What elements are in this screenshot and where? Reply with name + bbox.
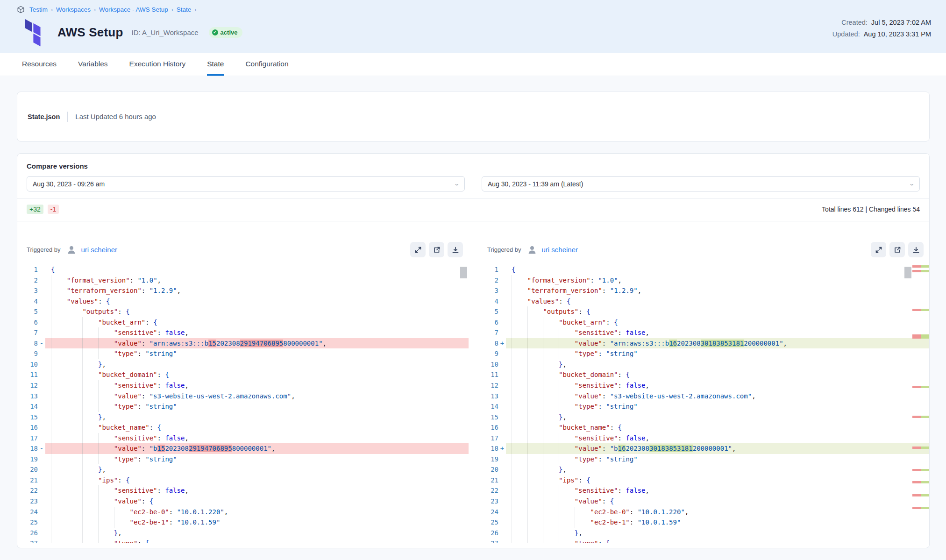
expand-button[interactable] (871, 242, 886, 257)
main-content: State.json Last Updated 6 hours ago Comp… (0, 76, 946, 548)
code-line: 3"terraform_version": "1.2.9", (478, 285, 929, 296)
indent-guide (543, 359, 559, 370)
line-number: 3 (478, 285, 498, 296)
download-button[interactable] (448, 242, 463, 257)
indent-guide (67, 348, 83, 359)
line-number: 17 (478, 433, 498, 444)
version-select-right[interactable]: Aug 30, 2023 - 11:39 am (Latest) ⌄ (482, 176, 920, 191)
compare-versions-card: Compare versions Aug 30, 2023 - 09:26 am… (17, 153, 930, 548)
indent-guide (98, 517, 114, 528)
indent-guide (82, 528, 98, 539)
indent-guide (67, 338, 83, 349)
version-select-right-value: Aug 30, 2023 - 11:39 am (Latest) (488, 180, 583, 188)
breadcrumb-link[interactable]: State (177, 6, 192, 13)
version-select-left[interactable]: Aug 30, 2023 - 09:26 am ⌄ (27, 176, 465, 191)
avatar-icon (66, 245, 77, 255)
page-header: Testim›Workspaces›Workspace - AWS Setup›… (0, 0, 946, 53)
removed-lines-chip: -1 (48, 205, 59, 214)
code-line: 2"format_version": "1.0", (17, 275, 469, 286)
code-editor-right[interactable]: 1{2"format_version": "1.0",3"terraform_v… (478, 264, 929, 543)
indent-guide (114, 507, 130, 517)
line-number: 6 (17, 317, 38, 328)
indent-guide (512, 338, 527, 349)
diff-sign (38, 422, 45, 433)
line-number: 18 (478, 443, 498, 454)
indent-guide (98, 454, 114, 465)
indent-guide (575, 517, 590, 528)
indent-guide (512, 401, 527, 412)
code-line: 6"bucket_arn": { (478, 317, 929, 328)
code-editor-left[interactable]: 1{2"format_version": "1.0",3"terraform_v… (17, 264, 469, 543)
indent-guide (512, 464, 527, 475)
line-number: 6 (478, 317, 498, 328)
indent-guide (559, 485, 575, 496)
line-number: 14 (478, 401, 498, 412)
triggered-by-user-link[interactable]: uri scheiner (81, 246, 118, 254)
indent-guide (512, 275, 527, 286)
tab-state[interactable]: State (207, 53, 224, 76)
indent-guide (51, 369, 67, 380)
diff-sign (38, 496, 45, 507)
open-external-button[interactable] (889, 242, 905, 257)
indent-guide (98, 391, 114, 402)
triggered-by-user-link[interactable]: uri scheiner (542, 246, 578, 254)
code-line: 9"type": "string" (17, 348, 469, 359)
breadcrumb-link[interactable]: Testim (29, 6, 48, 13)
tab-variables[interactable]: Variables (78, 53, 107, 76)
indent-guide (527, 380, 543, 391)
workspace-cube-icon (17, 6, 25, 14)
diff-ruler-mark (912, 416, 929, 418)
indent-guide (51, 475, 67, 486)
indent-guide (67, 359, 83, 370)
diff-sign (498, 391, 506, 402)
indent-guide (527, 464, 543, 475)
line-number: 9 (17, 348, 38, 359)
download-button[interactable] (908, 242, 924, 257)
line-number: 27 (17, 538, 38, 543)
tab-configuration[interactable]: Configuration (245, 53, 288, 76)
indent-guide (512, 538, 527, 543)
last-updated-text: Last Updated 6 hours ago (75, 113, 156, 121)
code-line: 11"bucket_domain": { (478, 369, 929, 380)
indent-guide (527, 369, 543, 380)
breadcrumb-link[interactable]: Workspace - AWS Setup (99, 6, 168, 13)
line-number: 4 (478, 296, 498, 307)
open-external-button[interactable] (429, 242, 444, 257)
indent-guide (67, 538, 83, 543)
diff-sign (498, 538, 506, 543)
code-line: 7"sensitive": false, (17, 327, 469, 338)
code-line: 20}, (17, 464, 469, 475)
tab-resources[interactable]: Resources (22, 53, 57, 76)
breadcrumb-separator-icon: › (171, 7, 173, 13)
indent-guide (527, 528, 543, 539)
workspace-meta: Created:Jul 5, 2023 7:02 AM Updated:Aug … (832, 19, 931, 42)
scrollbar-thumb[interactable] (904, 267, 911, 278)
expand-button[interactable] (410, 242, 426, 257)
indent-guide (527, 475, 543, 486)
diff-overview-ruler[interactable] (912, 264, 929, 543)
diff-panel-right: Triggered by uri scheiner 1{2"format_ver… (478, 221, 929, 543)
diff-sign (498, 507, 506, 517)
code-line: 14"type": "string" (478, 401, 929, 412)
indent-guide (51, 327, 67, 338)
state-file-name: State.json (28, 113, 60, 121)
indent-guide (527, 538, 543, 543)
chevron-down-icon: ⌄ (454, 181, 460, 187)
diff-panel-left: Triggered by uri scheiner 1{2"format_ver… (17, 221, 469, 543)
indent-guide (82, 507, 98, 517)
code-line: 21"ips": { (17, 475, 469, 486)
breadcrumb-link[interactable]: Workspaces (56, 6, 91, 13)
state-file-bar: State.json Last Updated 6 hours ago (17, 92, 930, 142)
diff-sign (38, 517, 45, 528)
diff-sign (38, 285, 45, 296)
tab-execution-history[interactable]: Execution History (129, 53, 186, 76)
version-select-left-value: Aug 30, 2023 - 09:26 am (33, 180, 105, 188)
indent-guide (98, 338, 114, 349)
diff-sign (498, 285, 506, 296)
indent-guide (559, 380, 575, 391)
indent-guide (67, 369, 83, 380)
indent-guide (543, 369, 559, 380)
diff-ruler-mark (912, 386, 929, 388)
line-number: 11 (17, 369, 38, 380)
scrollbar-thumb[interactable] (460, 267, 467, 278)
